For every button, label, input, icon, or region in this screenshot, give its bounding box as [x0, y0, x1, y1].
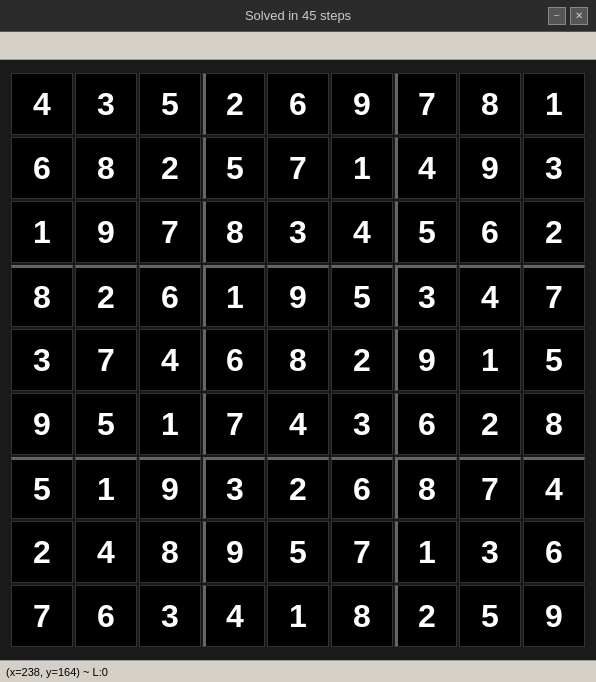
- cell: 7: [331, 521, 393, 583]
- cell: 9: [331, 73, 393, 135]
- cell: 6: [139, 265, 201, 327]
- status-bar: (x=238, y=164) ~ L:0: [0, 660, 596, 682]
- cell: 7: [523, 265, 585, 327]
- cell: 5: [523, 329, 585, 391]
- cell: 4: [459, 265, 521, 327]
- cell: 7: [139, 201, 201, 263]
- cell: 2: [331, 329, 393, 391]
- cell: 8: [139, 521, 201, 583]
- cell: 5: [11, 457, 73, 519]
- cell: 2: [523, 201, 585, 263]
- cell: 2: [75, 265, 137, 327]
- cell: 5: [267, 521, 329, 583]
- cell: 7: [75, 329, 137, 391]
- cell: 1: [139, 393, 201, 455]
- cell: 4: [395, 137, 457, 199]
- cell: 8: [203, 201, 265, 263]
- cell: 9: [139, 457, 201, 519]
- cell: 8: [395, 457, 457, 519]
- cell: 4: [267, 393, 329, 455]
- cell: 1: [203, 265, 265, 327]
- cell: 3: [11, 329, 73, 391]
- cell: 5: [395, 201, 457, 263]
- cell: 9: [523, 585, 585, 647]
- cell: 5: [331, 265, 393, 327]
- cell: 2: [267, 457, 329, 519]
- cell: 6: [75, 585, 137, 647]
- cell: 3: [395, 265, 457, 327]
- cell: 7: [459, 457, 521, 519]
- cell: 4: [331, 201, 393, 263]
- cell: 3: [75, 73, 137, 135]
- title-bar: Solved in 45 steps − ✕: [0, 0, 596, 32]
- cell: 6: [11, 137, 73, 199]
- cell: 9: [75, 201, 137, 263]
- cell: 4: [523, 457, 585, 519]
- cell: 1: [267, 585, 329, 647]
- window-title: Solved in 45 steps: [245, 8, 351, 23]
- cell: 3: [523, 137, 585, 199]
- cell: 4: [139, 329, 201, 391]
- cell: 1: [75, 457, 137, 519]
- close-button[interactable]: ✕: [570, 7, 588, 25]
- window-controls: − ✕: [548, 7, 588, 25]
- cell: 9: [11, 393, 73, 455]
- sudoku-grid: 4352697816825714931978345628261953473746…: [11, 73, 585, 647]
- cell: 2: [395, 585, 457, 647]
- cell: 5: [75, 393, 137, 455]
- cell: 1: [11, 201, 73, 263]
- cell: 9: [203, 521, 265, 583]
- cell: 6: [459, 201, 521, 263]
- cell: 3: [459, 521, 521, 583]
- minimize-button[interactable]: −: [548, 7, 566, 25]
- cell: 3: [139, 585, 201, 647]
- cell: 8: [331, 585, 393, 647]
- cell: 2: [459, 393, 521, 455]
- cell: 6: [267, 73, 329, 135]
- cell: 3: [203, 457, 265, 519]
- cell: 5: [459, 585, 521, 647]
- cell: 3: [331, 393, 393, 455]
- cell: 2: [11, 521, 73, 583]
- cell: 8: [459, 73, 521, 135]
- cell: 7: [267, 137, 329, 199]
- cell: 1: [459, 329, 521, 391]
- status-text: (x=238, y=164) ~ L:0: [6, 666, 108, 678]
- cell: 1: [395, 521, 457, 583]
- grid-area: 4352697816825714931978345628261953473746…: [0, 60, 596, 660]
- cell: 7: [395, 73, 457, 135]
- cell: 6: [203, 329, 265, 391]
- toolbar: [0, 32, 596, 60]
- cell: 6: [523, 521, 585, 583]
- cell: 5: [203, 137, 265, 199]
- cell: 1: [331, 137, 393, 199]
- cell: 1: [523, 73, 585, 135]
- cell: 6: [331, 457, 393, 519]
- cell: 8: [11, 265, 73, 327]
- cell: 2: [139, 137, 201, 199]
- cell: 8: [75, 137, 137, 199]
- cell: 4: [203, 585, 265, 647]
- cell: 9: [459, 137, 521, 199]
- cell: 9: [395, 329, 457, 391]
- cell: 8: [523, 393, 585, 455]
- cell: 6: [395, 393, 457, 455]
- cell: 3: [267, 201, 329, 263]
- cell: 7: [203, 393, 265, 455]
- cell: 7: [11, 585, 73, 647]
- cell: 4: [75, 521, 137, 583]
- cell: 2: [203, 73, 265, 135]
- cell: 9: [267, 265, 329, 327]
- app-window: Solved in 45 steps − ✕ 43526978168257149…: [0, 0, 596, 682]
- cell: 8: [267, 329, 329, 391]
- cell: 4: [11, 73, 73, 135]
- cell: 5: [139, 73, 201, 135]
